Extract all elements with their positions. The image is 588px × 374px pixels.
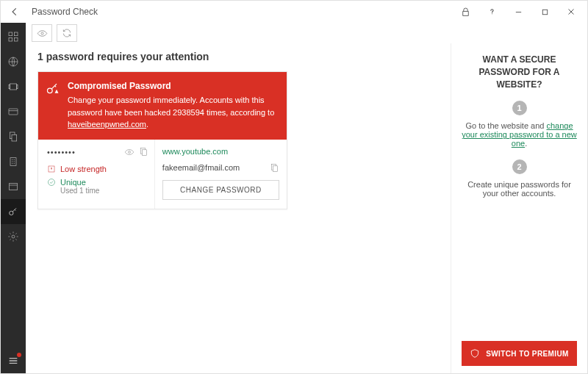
- email-value: fakeemail@fmail.com: [162, 163, 240, 172]
- step-number-1: 1: [512, 101, 527, 115]
- svg-point-22: [49, 179, 55, 185]
- eye-icon: [37, 28, 48, 39]
- sidebar-item-notifications[interactable]: [1, 348, 26, 373]
- minimize-icon: [514, 8, 523, 16]
- unique-label: Unique: [60, 178, 86, 187]
- sidebar: [1, 23, 26, 373]
- switch-to-premium-button[interactable]: SWITCH TO PREMIUM: [462, 341, 577, 366]
- unique-metric: Unique: [47, 178, 148, 187]
- shield-icon: [470, 348, 480, 359]
- close-icon: [567, 7, 576, 16]
- copy-password-button[interactable]: [139, 147, 148, 157]
- card-icon: [7, 106, 19, 118]
- window-title: Password Check: [32, 7, 452, 17]
- toolbar: [26, 23, 587, 43]
- content-row: 1 password requires your attention Compr…: [26, 43, 587, 373]
- card-header: Compromised Password Change your passwor…: [38, 72, 287, 140]
- titlebar-right: [452, 1, 584, 23]
- sidebar-item-websites[interactable]: [1, 49, 26, 74]
- check-circle-icon: [47, 178, 56, 187]
- hibp-link[interactable]: haveibeenpwned.com: [68, 120, 146, 129]
- svg-rect-1: [9, 32, 12, 36]
- key-alert-icon: [46, 81, 60, 96]
- sidebar-item-bankcards[interactable]: [1, 99, 26, 124]
- copy-email-button[interactable]: [270, 163, 279, 173]
- show-passwords-button[interactable]: [32, 24, 52, 42]
- svg-rect-7: [9, 84, 10, 88]
- sidebar-item-settings[interactable]: [1, 224, 26, 249]
- svg-rect-20: [142, 149, 146, 155]
- svg-rect-8: [17, 84, 18, 88]
- lock-icon: [461, 7, 470, 17]
- maximize-icon: [541, 8, 549, 16]
- app-shell: 1 password requires your attention Compr…: [1, 23, 587, 373]
- menu-icon: [7, 355, 19, 367]
- sidebar-item-notes[interactable]: [1, 174, 26, 199]
- svg-point-14: [10, 211, 13, 215]
- svg-rect-0: [542, 10, 547, 14]
- tip-step-2-text: Create unique passwords for your other a…: [462, 180, 577, 198]
- eye-icon: [124, 147, 135, 157]
- warning-icon: [47, 165, 56, 173]
- svg-rect-2: [14, 32, 18, 36]
- titlebar: Password Check: [1, 1, 587, 23]
- svg-point-17: [48, 88, 53, 93]
- card-left-col: •••••••• Low strength: [38, 140, 155, 209]
- lock-button[interactable]: [452, 1, 478, 23]
- minimize-button[interactable]: [505, 1, 531, 23]
- copy-icon: [139, 147, 148, 157]
- svg-rect-9: [9, 109, 18, 115]
- svg-rect-24: [273, 165, 277, 171]
- tips-header: WANT A SECURE PASSWORD FOR A WEBSITE?: [462, 54, 577, 90]
- help-icon: [487, 7, 497, 17]
- dashboard-icon: [7, 31, 19, 43]
- globe-icon: [7, 56, 19, 68]
- reveal-password-button[interactable]: [124, 147, 135, 157]
- svg-rect-6: [10, 84, 16, 90]
- arrow-left-icon: [10, 7, 20, 17]
- tip-step-2: 2 Create unique passwords for your other…: [462, 159, 577, 198]
- key-icon: [7, 206, 19, 217]
- step-number-2: 2: [512, 159, 527, 174]
- sidebar-item-password-check[interactable]: [1, 199, 26, 224]
- svg-point-18: [128, 151, 130, 153]
- svg-point-15: [12, 235, 15, 238]
- card-body: •••••••• Low strength: [38, 140, 287, 209]
- left-pane: 1 password requires your attention Compr…: [26, 43, 451, 373]
- email-row: fakeemail@fmail.com: [162, 163, 279, 173]
- refresh-button[interactable]: [57, 24, 77, 42]
- card-title: Compromised Password: [68, 79, 278, 93]
- premium-label: SWITCH TO PREMIUM: [486, 350, 569, 358]
- strength-label: Low strength: [60, 165, 107, 173]
- note-icon: [7, 181, 19, 193]
- compromised-password-card: Compromised Password Change your passwor…: [37, 71, 287, 209]
- refresh-icon: [62, 28, 72, 38]
- sidebar-item-applications[interactable]: [1, 74, 26, 99]
- sidebar-item-addresses[interactable]: [1, 149, 26, 174]
- svg-rect-13: [10, 183, 18, 190]
- svg-point-16: [40, 32, 43, 34]
- change-password-button[interactable]: CHANGE PASSWORD: [162, 180, 279, 200]
- password-masked: ••••••••: [47, 148, 76, 157]
- svg-rect-11: [12, 134, 17, 141]
- card-right-col: www.youtube.com fakeemail@fmail.com CHAN…: [155, 140, 287, 209]
- tip-step-1-text: Go to the website and change your existi…: [462, 121, 577, 148]
- sidebar-item-dashboard[interactable]: [1, 24, 26, 49]
- svg-rect-4: [14, 37, 18, 41]
- main-area: 1 password requires your attention Compr…: [26, 23, 587, 373]
- sidebar-item-documents[interactable]: [1, 124, 26, 149]
- site-link[interactable]: www.youtube.com: [162, 147, 279, 156]
- gear-icon: [7, 231, 19, 242]
- help-button[interactable]: [478, 1, 505, 23]
- copy-icon: [270, 163, 279, 173]
- back-button[interactable]: [4, 7, 26, 17]
- password-row: ••••••••: [47, 147, 148, 157]
- building-icon: [7, 156, 19, 168]
- close-button[interactable]: [558, 1, 584, 23]
- maximize-button[interactable]: [531, 1, 558, 23]
- tips-pane: WANT A SECURE PASSWORD FOR A WEBSITE? 1 …: [451, 43, 587, 373]
- svg-rect-12: [10, 158, 16, 166]
- card-message: Change your password immediately. Accoun…: [68, 94, 278, 131]
- window-icon: [7, 81, 19, 93]
- tip-step-1: 1 Go to the website and change your exis…: [462, 101, 577, 148]
